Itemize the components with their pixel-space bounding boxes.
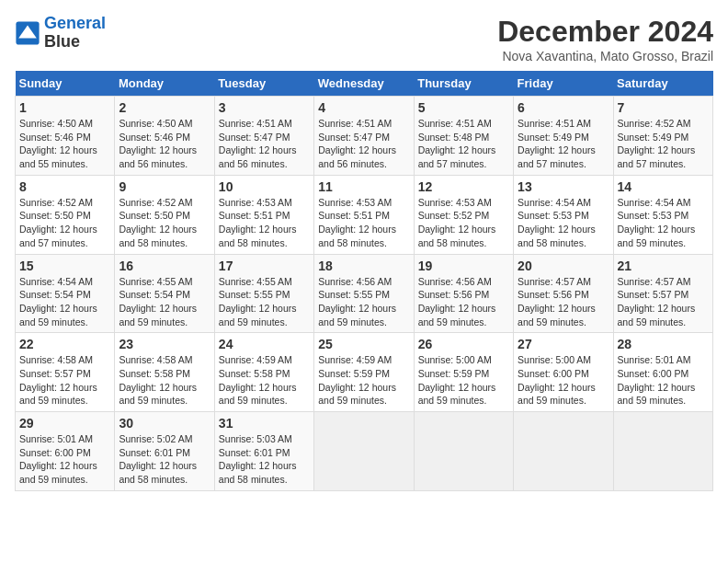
day-of-week-header: Tuesday [214, 71, 313, 97]
calendar-day-cell: 30Sunrise: 5:02 AMSunset: 6:01 PMDayligh… [115, 412, 214, 491]
day-number: 29 [19, 416, 110, 431]
main-title: December 2024 [497, 15, 713, 49]
day-number: 24 [219, 337, 310, 351]
day-number: 8 [19, 179, 110, 194]
logo: General Blue [15, 15, 106, 52]
day-number: 6 [518, 100, 609, 115]
day-info: Sunrise: 4:53 AMSunset: 5:51 PMDaylight:… [219, 196, 310, 250]
calendar-day-cell: 21Sunrise: 4:57 AMSunset: 5:57 PMDayligh… [613, 254, 712, 333]
day-number: 26 [418, 337, 509, 351]
calendar-day-cell [414, 412, 513, 491]
calendar-header-row: SundayMondayTuesdayWednesdayThursdayFrid… [16, 71, 713, 97]
day-number: 16 [119, 259, 210, 273]
day-number: 22 [19, 337, 110, 351]
calendar-day-cell: 1Sunrise: 4:50 AMSunset: 5:46 PMDaylight… [16, 97, 115, 176]
day-number: 23 [119, 337, 210, 351]
day-info: Sunrise: 4:53 AMSunset: 5:52 PMDaylight:… [418, 196, 509, 250]
calendar-day-cell: 9Sunrise: 4:52 AMSunset: 5:50 PMDaylight… [115, 175, 214, 254]
calendar-day-cell: 10Sunrise: 4:53 AMSunset: 5:51 PMDayligh… [214, 175, 313, 254]
day-number: 15 [19, 259, 110, 273]
day-number: 12 [418, 179, 509, 194]
calendar-day-cell: 28Sunrise: 5:01 AMSunset: 6:00 PMDayligh… [613, 333, 712, 412]
day-number: 31 [219, 416, 310, 431]
day-info: Sunrise: 4:57 AMSunset: 5:57 PMDaylight:… [618, 275, 709, 329]
day-number: 5 [418, 100, 509, 115]
calendar-day-cell: 3Sunrise: 4:51 AMSunset: 5:47 PMDaylight… [214, 97, 313, 176]
calendar-day-cell: 27Sunrise: 5:00 AMSunset: 6:00 PMDayligh… [514, 333, 613, 412]
day-info: Sunrise: 4:56 AMSunset: 5:55 PMDaylight:… [318, 275, 409, 329]
day-of-week-header: Saturday [613, 71, 712, 97]
day-number: 25 [318, 337, 409, 351]
day-info: Sunrise: 5:03 AMSunset: 6:01 PMDaylight:… [219, 432, 310, 487]
calendar-day-cell: 16Sunrise: 4:55 AMSunset: 5:54 PMDayligh… [115, 254, 214, 333]
day-info: Sunrise: 4:52 AMSunset: 5:50 PMDaylight:… [119, 196, 210, 250]
calendar-day-cell: 14Sunrise: 4:54 AMSunset: 5:53 PMDayligh… [613, 175, 712, 254]
day-info: Sunrise: 4:50 AMSunset: 5:46 PMDaylight:… [119, 117, 210, 171]
title-area: December 2024 Nova Xavantina, Mato Gross… [497, 15, 713, 63]
calendar-day-cell: 13Sunrise: 4:54 AMSunset: 5:53 PMDayligh… [514, 175, 613, 254]
day-info: Sunrise: 4:58 AMSunset: 5:58 PMDaylight:… [119, 353, 210, 408]
day-info: Sunrise: 4:55 AMSunset: 5:54 PMDaylight:… [119, 275, 210, 329]
calendar-day-cell: 8Sunrise: 4:52 AMSunset: 5:50 PMDaylight… [16, 175, 115, 254]
calendar-day-cell [514, 412, 613, 491]
calendar-day-cell: 11Sunrise: 4:53 AMSunset: 5:51 PMDayligh… [314, 175, 414, 254]
calendar-day-cell: 24Sunrise: 4:59 AMSunset: 5:58 PMDayligh… [214, 333, 313, 412]
calendar-week-row: 22Sunrise: 4:58 AMSunset: 5:57 PMDayligh… [16, 333, 713, 412]
day-number: 11 [318, 179, 409, 194]
day-info: Sunrise: 4:55 AMSunset: 5:55 PMDaylight:… [219, 275, 310, 329]
day-info: Sunrise: 4:52 AMSunset: 5:49 PMDaylight:… [618, 117, 709, 171]
calendar-week-row: 15Sunrise: 4:54 AMSunset: 5:54 PMDayligh… [16, 254, 713, 333]
day-info: Sunrise: 4:56 AMSunset: 5:56 PMDaylight:… [418, 275, 509, 329]
day-number: 14 [618, 179, 709, 194]
day-info: Sunrise: 4:59 AMSunset: 5:58 PMDaylight:… [219, 353, 310, 408]
day-number: 1 [19, 100, 110, 115]
calendar-day-cell: 31Sunrise: 5:03 AMSunset: 6:01 PMDayligh… [214, 412, 313, 491]
day-of-week-header: Thursday [414, 71, 513, 97]
calendar-day-cell: 12Sunrise: 4:53 AMSunset: 5:52 PMDayligh… [414, 175, 513, 254]
calendar-day-cell: 22Sunrise: 4:58 AMSunset: 5:57 PMDayligh… [16, 333, 115, 412]
day-number: 18 [318, 259, 409, 273]
calendar-body: 1Sunrise: 4:50 AMSunset: 5:46 PMDaylight… [16, 97, 713, 491]
calendar-day-cell: 7Sunrise: 4:52 AMSunset: 5:49 PMDaylight… [613, 97, 712, 176]
day-info: Sunrise: 4:51 AMSunset: 5:47 PMDaylight:… [318, 117, 409, 171]
day-number: 10 [219, 179, 310, 194]
day-info: Sunrise: 4:57 AMSunset: 5:56 PMDaylight:… [518, 275, 609, 329]
calendar-day-cell [613, 412, 712, 491]
calendar-day-cell [314, 412, 414, 491]
calendar-day-cell: 23Sunrise: 4:58 AMSunset: 5:58 PMDayligh… [115, 333, 214, 412]
day-info: Sunrise: 4:51 AMSunset: 5:49 PMDaylight:… [518, 117, 609, 171]
day-number: 28 [618, 337, 709, 351]
day-number: 2 [119, 100, 210, 115]
day-number: 27 [518, 337, 609, 351]
day-info: Sunrise: 5:01 AMSunset: 6:00 PMDaylight:… [19, 432, 110, 487]
calendar-week-row: 8Sunrise: 4:52 AMSunset: 5:50 PMDaylight… [16, 175, 713, 254]
day-number: 19 [418, 259, 509, 273]
day-info: Sunrise: 4:53 AMSunset: 5:51 PMDaylight:… [318, 196, 409, 250]
calendar-day-cell: 25Sunrise: 4:59 AMSunset: 5:59 PMDayligh… [314, 333, 414, 412]
calendar-day-cell: 4Sunrise: 4:51 AMSunset: 5:47 PMDaylight… [314, 97, 414, 176]
calendar-day-cell: 15Sunrise: 4:54 AMSunset: 5:54 PMDayligh… [16, 254, 115, 333]
day-info: Sunrise: 4:54 AMSunset: 5:53 PMDaylight:… [618, 196, 709, 250]
logo-text: General Blue [44, 15, 106, 52]
calendar-day-cell: 6Sunrise: 4:51 AMSunset: 5:49 PMDaylight… [514, 97, 613, 176]
calendar-table: SundayMondayTuesdayWednesdayThursdayFrid… [15, 71, 713, 491]
day-number: 20 [518, 259, 609, 273]
day-number: 30 [119, 416, 210, 431]
day-number: 17 [219, 259, 310, 273]
day-of-week-header: Wednesday [314, 71, 414, 97]
day-info: Sunrise: 4:51 AMSunset: 5:48 PMDaylight:… [418, 117, 509, 171]
day-info: Sunrise: 4:51 AMSunset: 5:47 PMDaylight:… [219, 117, 310, 171]
day-info: Sunrise: 4:58 AMSunset: 5:57 PMDaylight:… [19, 353, 110, 408]
calendar-week-row: 29Sunrise: 5:01 AMSunset: 6:00 PMDayligh… [16, 412, 713, 491]
calendar-day-cell: 18Sunrise: 4:56 AMSunset: 5:55 PMDayligh… [314, 254, 414, 333]
calendar-day-cell: 20Sunrise: 4:57 AMSunset: 5:56 PMDayligh… [514, 254, 613, 333]
day-of-week-header: Friday [514, 71, 613, 97]
day-number: 13 [518, 179, 609, 194]
day-number: 7 [618, 100, 709, 115]
day-number: 9 [119, 179, 210, 194]
day-info: Sunrise: 5:02 AMSunset: 6:01 PMDaylight:… [119, 432, 210, 487]
calendar-week-row: 1Sunrise: 4:50 AMSunset: 5:46 PMDaylight… [16, 97, 713, 176]
day-info: Sunrise: 5:01 AMSunset: 6:00 PMDaylight:… [618, 353, 709, 408]
day-of-week-header: Sunday [16, 71, 115, 97]
calendar-day-cell: 5Sunrise: 4:51 AMSunset: 5:48 PMDaylight… [414, 97, 513, 176]
